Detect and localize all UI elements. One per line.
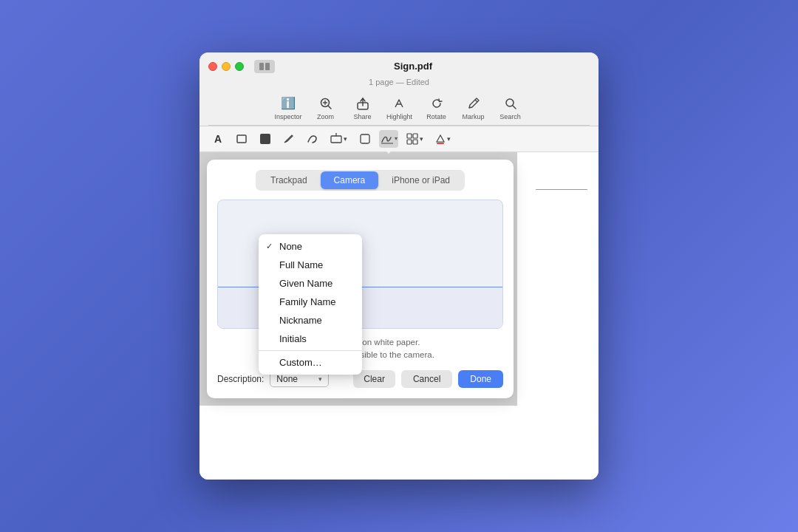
- svg-line-3: [328, 106, 331, 109]
- svg-rect-20: [413, 140, 417, 144]
- menu-item-custom[interactable]: Custom…: [259, 353, 362, 372]
- frame-tool[interactable]: [355, 130, 375, 148]
- svg-rect-12: [237, 135, 246, 143]
- markup-icon: [466, 95, 482, 112]
- right-panel: [517, 152, 598, 406]
- inspector-icon: ℹ️: [280, 95, 296, 112]
- signature-tool[interactable]: ▾: [379, 130, 398, 148]
- share-icon: [355, 95, 371, 112]
- svg-rect-19: [407, 140, 412, 144]
- rotate-label: Rotate: [426, 113, 446, 120]
- search-icon: [502, 95, 519, 112]
- text-tool[interactable]: A: [208, 130, 228, 148]
- zoom-label: Zoom: [317, 113, 334, 120]
- window-subtitle: 1 page — Edited: [208, 78, 590, 86]
- fill-tool[interactable]: [256, 130, 275, 148]
- menu-divider: [259, 350, 362, 351]
- zoom-icon: [318, 95, 334, 112]
- menu-item-none[interactable]: None: [259, 237, 362, 256]
- pdf-content-area: [200, 406, 598, 480]
- svg-rect-14: [331, 136, 341, 143]
- menu-item-givenname[interactable]: Given Name: [259, 274, 362, 293]
- signature-dialog: Trackpad Camera iPhone or iPad Sign your…: [207, 160, 514, 399]
- toolbar-search[interactable]: Search: [497, 95, 524, 120]
- rect-tool[interactable]: [232, 130, 251, 148]
- toolbar-inspector[interactable]: ℹ️ Inspector: [274, 95, 301, 120]
- toolbar2: A ▾: [200, 126, 598, 152]
- highlight-icon: [392, 95, 408, 112]
- share-label: Share: [354, 113, 372, 120]
- signature-line: [536, 189, 587, 190]
- description-label: Description:: [217, 374, 264, 384]
- svg-rect-21: [437, 143, 444, 144]
- shapes-dropdown[interactable]: ▾: [327, 132, 351, 146]
- menu-item-initials[interactable]: Initials: [259, 330, 362, 348]
- tab-camera[interactable]: Camera: [321, 171, 379, 189]
- markup-label: Markup: [463, 113, 485, 120]
- tab-trackpad[interactable]: Trackpad: [257, 171, 321, 189]
- close-button[interactable]: [208, 62, 217, 71]
- tab-bar: Trackpad Camera iPhone or iPad: [256, 170, 465, 191]
- inspector-label: Inspector: [274, 113, 301, 120]
- toolbar-zoom[interactable]: Zoom: [313, 95, 339, 120]
- toolbar-share[interactable]: Share: [349, 95, 376, 120]
- menu-item-nickname[interactable]: Nickname: [259, 311, 362, 330]
- toolbar: ℹ️ Inspector Zoom: [208, 91, 590, 126]
- grid-dropdown[interactable]: ▾: [403, 132, 427, 146]
- search-label: Search: [499, 113, 521, 120]
- toolbar-highlight[interactable]: Highlight: [386, 95, 413, 120]
- draw-tool[interactable]: [303, 130, 322, 148]
- svg-rect-13: [260, 134, 270, 144]
- toolbar-rotate[interactable]: Rotate: [423, 95, 450, 120]
- main-window: Sign.pdf 1 page — Edited ℹ️ Inspector Zo…: [200, 52, 598, 480]
- titlebar: Sign.pdf 1 page — Edited ℹ️ Inspector Zo…: [200, 52, 598, 126]
- menu-item-fullname[interactable]: Full Name: [259, 256, 362, 274]
- menu-item-familyname[interactable]: Family Name: [259, 293, 362, 311]
- color-dropdown[interactable]: ▾: [432, 132, 454, 146]
- done-button[interactable]: Done: [458, 370, 503, 388]
- description-menu: None Full Name Given Name Family Name Ni…: [259, 234, 362, 375]
- toolbar-markup[interactable]: Markup: [460, 95, 487, 120]
- window-title: Sign.pdf: [236, 61, 590, 72]
- highlight-label: Highlight: [386, 113, 412, 120]
- main-content: Trackpad Camera iPhone or iPad Sign your…: [200, 152, 598, 406]
- description-value: None: [276, 374, 298, 384]
- tab-iphone[interactable]: iPhone or iPad: [378, 171, 463, 189]
- pencil-tool[interactable]: [279, 130, 299, 148]
- svg-rect-17: [407, 134, 412, 138]
- svg-rect-15: [361, 134, 369, 143]
- minimize-button[interactable]: [222, 62, 231, 71]
- rotate-icon: [429, 95, 445, 112]
- svg-rect-18: [413, 134, 417, 138]
- svg-line-9: [475, 100, 477, 102]
- cancel-button[interactable]: Cancel: [401, 370, 452, 388]
- svg-line-11: [513, 106, 516, 109]
- dropdown-chevron-icon: ▾: [318, 375, 322, 383]
- toolbar-arrow: [383, 148, 394, 154]
- left-panel: Trackpad Camera iPhone or iPad Sign your…: [200, 152, 517, 406]
